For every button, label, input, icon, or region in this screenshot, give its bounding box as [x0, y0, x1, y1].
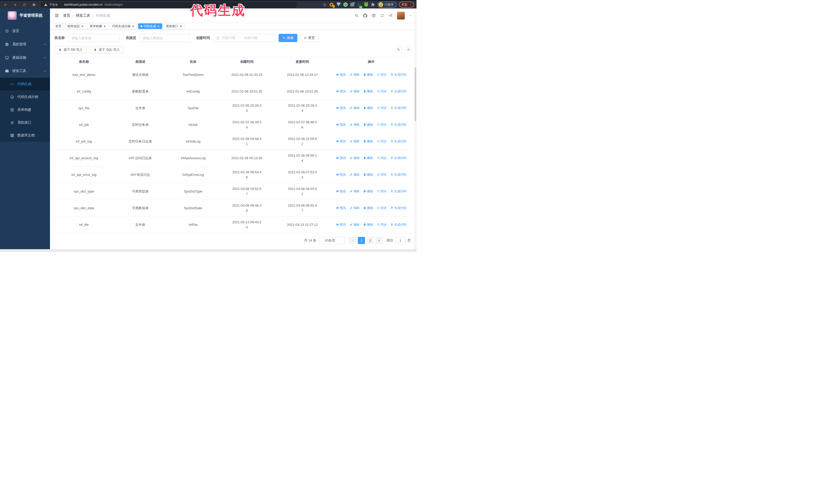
sync-link[interactable]: 同步: [377, 105, 387, 111]
generate-code-link[interactable]: 生成代码: [390, 122, 406, 127]
close-icon[interactable]: [103, 25, 106, 28]
back-icon[interactable]: [4, 3, 7, 7]
end-date-placeholder[interactable]: 结束日期: [244, 35, 257, 40]
user-menu-caret-icon[interactable]: [409, 14, 412, 17]
edit-link[interactable]: 编辑: [350, 105, 360, 111]
delete-link[interactable]: 删除: [363, 189, 373, 194]
delete-link[interactable]: 删除: [363, 139, 373, 144]
preview-link[interactable]: 预览: [336, 189, 346, 194]
delete-link[interactable]: 删除: [363, 122, 373, 127]
generate-code-link[interactable]: 生成代码: [390, 89, 406, 94]
sync-link[interactable]: 同步: [377, 205, 387, 211]
preview-link[interactable]: 预览: [336, 172, 346, 177]
tag-codegen[interactable]: 代码生成: [138, 23, 162, 29]
sync-link[interactable]: 同步: [377, 72, 387, 77]
toggle-search-button[interactable]: [395, 46, 402, 54]
page-button-2[interactable]: 2: [366, 237, 374, 244]
address-bar[interactable]: 不安全 dashboard.yudao.iocoder.cn/tool/code…: [41, 2, 297, 8]
extension-dark-box-icon[interactable]: on: [357, 3, 361, 7]
edit-link[interactable]: 编辑: [350, 139, 360, 144]
generate-code-link[interactable]: 生成代码: [390, 222, 406, 227]
import-db-button[interactable]: 基于 DB 导入: [54, 46, 87, 54]
sidebar-fold-icon[interactable]: [54, 13, 59, 18]
extension-slider-icon[interactable]: [350, 3, 355, 7]
sync-link[interactable]: 同步: [377, 189, 387, 194]
help-icon[interactable]: [372, 14, 376, 18]
extension-frog-icon[interactable]: [364, 3, 368, 7]
scrollbar-thumb[interactable]: [415, 67, 416, 121]
delete-link[interactable]: 删除: [363, 172, 373, 177]
close-icon[interactable]: [157, 25, 160, 28]
home-icon[interactable]: [32, 3, 36, 7]
sync-link[interactable]: 同步: [377, 172, 387, 177]
preview-link[interactable]: 预览: [336, 105, 346, 111]
delete-link[interactable]: 删除: [363, 155, 373, 161]
preview-link[interactable]: 预览: [336, 89, 346, 94]
page-button-1[interactable]: 1: [358, 237, 365, 244]
tag-system-api[interactable]: 系统接口: [164, 23, 185, 29]
delete-link[interactable]: 删除: [363, 105, 373, 111]
page-size-select[interactable]: 10条/页: [319, 237, 345, 244]
sidebar-item-home[interactable]: 首页: [0, 24, 50, 38]
close-icon[interactable]: [132, 25, 135, 28]
prev-page-button[interactable]: [349, 237, 356, 244]
font-size-icon[interactable]: [388, 14, 392, 18]
edit-link[interactable]: 编辑: [350, 72, 360, 77]
edit-link[interactable]: 编辑: [350, 155, 360, 161]
forward-icon[interactable]: [13, 3, 17, 7]
sidebar-item-system-api[interactable]: 系统接口: [0, 116, 50, 129]
generate-code-link[interactable]: 生成代码: [390, 105, 406, 111]
delete-link[interactable]: 删除: [363, 222, 373, 227]
search-icon[interactable]: [355, 14, 359, 18]
breadcrumb-home[interactable]: 首页: [63, 13, 70, 18]
sidebar-item-codegen[interactable]: 代码生成: [0, 78, 50, 91]
sync-link[interactable]: 同步: [377, 89, 387, 94]
close-icon[interactable]: [81, 25, 84, 28]
sync-link[interactable]: 同步: [377, 122, 387, 127]
start-date-placeholder[interactable]: 开始日期: [222, 35, 235, 40]
extensions-puzzle-icon[interactable]: [371, 3, 375, 7]
next-page-button[interactable]: [375, 237, 382, 244]
profile-paused-badge[interactable]: 已暂停: [378, 2, 397, 8]
goto-page-input[interactable]: [395, 237, 406, 244]
edit-link[interactable]: 编辑: [350, 122, 360, 127]
preview-link[interactable]: 预览: [336, 222, 346, 227]
sync-link[interactable]: 同步: [377, 155, 387, 161]
preview-link[interactable]: 预览: [336, 72, 346, 77]
extension-orange-icon[interactable]: 1: [329, 3, 334, 7]
sync-link[interactable]: 同步: [377, 139, 387, 144]
github-icon[interactable]: [363, 14, 367, 18]
generate-code-link[interactable]: 生成代码: [390, 72, 406, 77]
user-avatar[interactable]: [397, 12, 405, 20]
sidebar-item-db-doc[interactable]: 数据库文档: [0, 129, 50, 142]
tag-trace[interactable]: 链路追踪: [65, 23, 86, 29]
edit-link[interactable]: 编辑: [350, 89, 360, 94]
preview-link[interactable]: 预览: [336, 205, 346, 211]
kebab-menu-icon[interactable]: [409, 3, 412, 6]
edit-link[interactable]: 编辑: [350, 172, 360, 177]
tag-home[interactable]: 首页: [53, 23, 64, 29]
chrome-update-button[interactable]: 更新: [399, 2, 414, 8]
tag-codegen-example[interactable]: 代码生成示例: [110, 23, 137, 29]
sidebar-item-devtools[interactable]: 研发工具: [0, 64, 50, 78]
fullscreen-icon[interactable]: [380, 14, 384, 18]
delete-link[interactable]: 删除: [363, 89, 373, 94]
generate-code-link[interactable]: 生成代码: [390, 139, 406, 144]
edit-link[interactable]: 编辑: [350, 205, 360, 211]
generate-code-link[interactable]: 生成代码: [390, 172, 406, 177]
refresh-table-button[interactable]: [405, 46, 412, 54]
tag-form-builder[interactable]: 表单构建: [88, 23, 109, 29]
sidebar-item-form-builder[interactable]: 表单构建: [0, 103, 50, 116]
table-name-input[interactable]: [68, 34, 119, 42]
delete-link[interactable]: 删除: [363, 205, 373, 211]
close-icon[interactable]: [180, 25, 182, 28]
edit-link[interactable]: 编辑: [350, 189, 360, 194]
search-button[interactable]: 搜索: [279, 34, 297, 42]
generate-code-link[interactable]: 生成代码: [390, 189, 406, 194]
edit-link[interactable]: 编辑: [350, 222, 360, 227]
extension-gem-icon[interactable]: [336, 3, 341, 7]
sidebar-item-system[interactable]: 系统管理: [0, 38, 50, 51]
sidebar-item-codegen-example[interactable]: 代码生成示例: [0, 91, 50, 103]
reload-icon[interactable]: [23, 3, 26, 7]
preview-link[interactable]: 预览: [336, 155, 346, 161]
